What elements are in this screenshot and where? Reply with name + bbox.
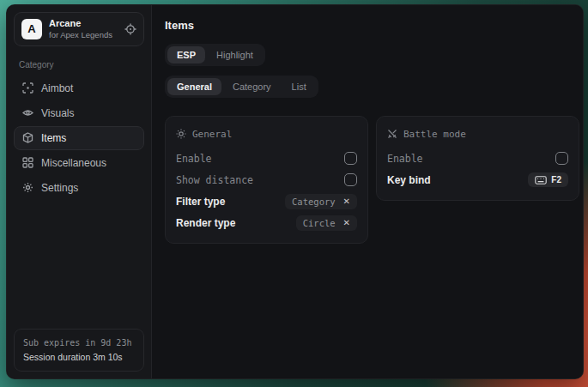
tab-esp[interactable]: ESP [167, 46, 205, 63]
setting-row-key-bind: Key bind F2 [387, 169, 568, 190]
general-card-header: General [176, 125, 357, 142]
setting-label: Filter type [176, 196, 225, 208]
app-subtitle: for Apex Legends [49, 30, 118, 40]
sidebar-item-label: Visuals [41, 107, 74, 119]
setting-row-enable: Enable [176, 148, 357, 169]
enable-checkbox[interactable] [344, 152, 357, 165]
setting-row-show-distance: Show distance [176, 169, 357, 190]
key-bind-button[interactable]: F2 [528, 172, 568, 187]
setting-row-filter-type: Filter type Category ✕ [176, 190, 357, 212]
brand-text: Arcane for Apex Legends [49, 18, 118, 40]
render-type-select[interactable]: Circle ✕ [296, 215, 357, 231]
general-card: General Enable Show distance Filter type… [165, 116, 368, 244]
sidebar-item-label: Aimbot [41, 82, 73, 94]
view-tab-group: General Category List [165, 76, 318, 98]
brand-card: A Arcane for Apex Legends [14, 12, 144, 46]
clear-icon[interactable]: ✕ [343, 197, 350, 206]
subscription-card: Sub expires in 9d 23h Session duration 3… [14, 329, 144, 372]
gear-icon [22, 182, 33, 193]
crosshair-icon [22, 82, 33, 94]
render-type-value: Circle [303, 218, 336, 228]
filter-type-select[interactable]: Category ✕ [285, 194, 357, 209]
sub-expires-text: Sub expires in 9d 23h [23, 336, 135, 350]
sidebar-item-miscellaneous[interactable]: Miscellaneous [14, 151, 144, 175]
card-title: Battle mode [403, 129, 466, 140]
sidebar-item-settings[interactable]: Settings [14, 176, 144, 200]
app-name: Arcane [49, 18, 118, 30]
eye-icon [22, 107, 33, 118]
tab-general[interactable]: General [167, 78, 221, 95]
sidebar-item-items[interactable]: Items [14, 126, 144, 150]
clear-icon[interactable]: ✕ [343, 219, 350, 227]
app-window: A Arcane for Apex Legends Category [6, 4, 584, 379]
keyboard-icon [535, 176, 547, 184]
key-bind-value: F2 [551, 175, 561, 184]
session-duration-text: Session duration 3m 10s [23, 350, 135, 364]
app-logo: A [21, 19, 42, 39]
sidebar-item-label: Miscellaneous [41, 157, 106, 169]
swords-icon [387, 129, 397, 139]
category-label: Category [19, 60, 139, 70]
battle-enable-checkbox[interactable] [555, 152, 568, 165]
setting-label: Show distance [176, 174, 253, 186]
setting-label: Enable [176, 153, 212, 165]
page-title: Items [165, 19, 579, 32]
target-icon[interactable] [124, 23, 136, 35]
box-icon [22, 132, 33, 143]
card-title: General [192, 129, 232, 140]
sidebar-spacer [14, 201, 144, 330]
sidebar: A Arcane for Apex Legends Category [7, 5, 152, 378]
tab-highlight[interactable]: Highlight [207, 46, 263, 63]
setting-row-render-type: Render type Circle ✕ [176, 212, 357, 233]
mode-tab-group: ESP Highlight [165, 44, 265, 66]
sidebar-item-aimbot[interactable]: Aimbot [14, 76, 144, 100]
filter-type-value: Category [292, 197, 336, 207]
tab-category[interactable]: Category [223, 78, 281, 95]
tab-list[interactable]: List [282, 78, 316, 95]
show-distance-checkbox[interactable] [344, 173, 357, 186]
sidebar-item-visuals[interactable]: Visuals [14, 101, 144, 125]
setting-label: Render type [176, 217, 235, 229]
setting-label: Enable [387, 153, 423, 165]
sidebar-item-label: Items [41, 132, 66, 144]
battle-mode-card-header: Battle mode [387, 125, 568, 142]
setting-row-battle-enable: Enable [387, 148, 568, 169]
sun-icon [176, 129, 186, 139]
sidebar-item-label: Settings [41, 182, 78, 194]
setting-label: Key bind [387, 174, 431, 186]
battle-mode-card: Battle mode Enable Key bind [376, 116, 579, 201]
main-content: Items ESP Highlight General Category Lis… [152, 5, 584, 378]
grid-icon [22, 157, 33, 168]
